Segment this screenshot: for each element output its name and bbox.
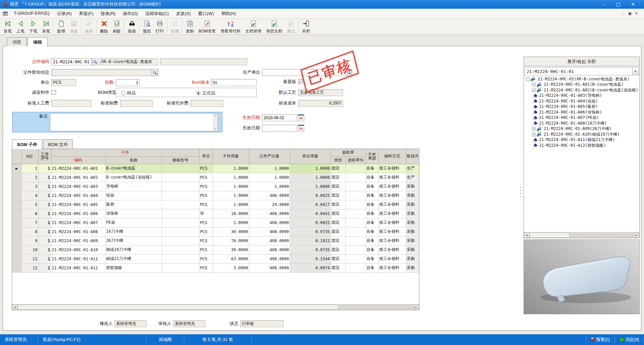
expire-date-calendar-button[interactable]: 31 (298, 125, 304, 132)
first-record-button[interactable]: 首笔 (1, 19, 14, 34)
col-header-child[interactable]: 子件 (51, 149, 199, 156)
menu-item[interactable]: 操作(O) (119, 9, 142, 18)
tree-node[interactable]: 21-M2224-00C-01-A03(导电棉) (525, 93, 639, 99)
delete-button[interactable]: 删除 (98, 19, 110, 34)
tree-expand-icon[interactable]: + (532, 127, 536, 131)
minimize-button[interactable]: – (598, 2, 608, 7)
menu-item[interactable]: 记录(R) (53, 9, 75, 18)
scrollbar-thumb[interactable] (18, 304, 338, 310)
tree-node[interactable]: + 21-M2224-00C-01-A01(B-cover电池盖) (525, 82, 639, 88)
tree-node[interactable]: 21-M2224-00C-01-A07(PE袋) (525, 115, 639, 121)
menu-item[interactable]: 皮肤(S) (172, 9, 194, 18)
col-header-issue[interactable]: 领料方式 (378, 149, 406, 164)
table-row[interactable]: 7 1 21-M2224-00C-01-A07 PE袋 PCS 1.0000 4… (12, 218, 419, 227)
last-record-button[interactable]: 末笔 (40, 19, 52, 34)
menu-item[interactable]: 界面(F) (75, 9, 97, 18)
tree-node[interactable]: 21-M2224-00C-01-A06(珍珠棉) (525, 110, 639, 115)
menu-item[interactable]: T-GROUP ERP(E) (10, 9, 53, 18)
save-button[interactable]: 存盘 (67, 19, 80, 34)
chevron-down-icon[interactable]: ▼ (632, 68, 638, 75)
bom-change-button[interactable]: BOM变更 (196, 19, 218, 34)
table-row[interactable]: 5 1 21-M2224-00C-01-A05 吸塑 PCS 1.0000 24… (12, 200, 419, 209)
col-header-loss-rate[interactable]: 损耗率% (345, 156, 366, 164)
tree-node[interactable]: 21-M2224-00C-01-A11(植绒21刀卡槽) (525, 137, 639, 143)
tree-expand-icon[interactable]: + (532, 133, 536, 136)
table-row[interactable]: 3 1 21-M2224-00C-01-A03 导电棉 PCS 1.0000 1… (12, 182, 419, 191)
col-header-unit[interactable]: 单位 (199, 149, 213, 164)
tree-node[interactable]: + 21-M2224-00C-01-A10(植绒10刀卡槽) (525, 132, 639, 137)
remark-scrollbar[interactable]: ▲▼ (213, 114, 218, 131)
col-header-source[interactable]: 子件来源 (366, 149, 378, 164)
menu-item[interactable]: 窗口(W) (195, 9, 218, 18)
menu-item[interactable]: 帮助(H) (217, 9, 239, 18)
batch-add-button[interactable]: 批增 (168, 19, 181, 34)
tree-expand-icon[interactable]: + (532, 83, 536, 86)
col-header-spec[interactable]: 规格型号 (162, 156, 199, 164)
print-button[interactable]: 打印 (153, 19, 166, 34)
menu-item[interactable]: 报表(R) (97, 9, 119, 18)
scroll-right-icon[interactable]: ► (634, 232, 639, 238)
preview-button[interactable]: 预览 (141, 19, 153, 34)
tree-expand-icon[interactable]: + (532, 88, 536, 92)
col-header-acquire[interactable]: 取得方式 (406, 149, 419, 164)
statusbar-alert[interactable]: 预警[2] (586, 337, 614, 343)
maximize-button[interactable]: ▢ (613, 2, 623, 7)
col-header-parent-output[interactable]: 父件产出量 (249, 149, 290, 164)
table-row[interactable]: 10 1 21-M2224-00C-01-A10 植绒10刀卡槽 PCS 30.… (12, 245, 419, 254)
scroll-left-icon[interactable]: ◄ (12, 304, 18, 310)
view-substitute-button[interactable]: 查看替代料 (218, 19, 243, 34)
grid-horizontal-scrollbar[interactable]: ◄ ► (12, 304, 419, 310)
col-header-seq[interactable]: 工序序号 (38, 149, 51, 164)
tree-node[interactable]: + 21-M2224-00C-01-A09(26刀卡槽) (525, 126, 639, 132)
bom-type-radio-sample[interactable]: 样品 (121, 90, 136, 96)
approve-button[interactable]: 通过 (284, 19, 297, 34)
virtual-part-checkbox[interactable] (51, 90, 56, 95)
filter-button[interactable]: 筛选 (125, 19, 138, 34)
scrollbar-thumb[interactable] (530, 232, 570, 238)
statusbar-message[interactable]: 消息[9] (615, 337, 644, 343)
copy-button[interactable]: 复制 (183, 19, 196, 34)
col-header-loss[interactable]: 损耗率 (331, 149, 366, 156)
bom-version-selector[interactable]: 21-M2224-00C-01:01 ▼ (525, 67, 639, 75)
child-close-button[interactable]: ✕ (635, 11, 638, 16)
tree-node[interactable]: + 21-M2224-00C-01-A02(B-cover电池盖(连续模)) (525, 87, 639, 93)
tree-node[interactable]: - 21-M2224-00C-01(XR-B-cover电池盖-奥迪灰) (525, 76, 639, 82)
parent-addinfo-input[interactable] (51, 69, 158, 76)
child-restore-button[interactable]: ▣ (628, 11, 631, 16)
table-row[interactable]: ▶ 1 1 21-M2224-00C-01-A01 B-cover电池盖 PCS… (12, 164, 419, 173)
panel-splitter[interactable] (520, 185, 522, 199)
prev-record-button[interactable]: 上笔 (14, 19, 27, 34)
col-header-qty[interactable]: 子件用量 (213, 149, 249, 164)
table-row[interactable]: 6 1 21-M2224-00C-01-A06 珍珠棉 张 18.0000 40… (12, 209, 419, 218)
col-header-loss-type[interactable]: 类型 (331, 156, 345, 164)
bom-type-radio-formal[interactable]: 正式品 (196, 90, 215, 96)
document-manage-button[interactable]: 文档管理 (243, 19, 264, 34)
menu-item[interactable]: 流程审核(C) (142, 9, 172, 18)
scroll-left-icon[interactable]: ◄ (524, 232, 530, 238)
parent-code-input[interactable] (51, 58, 92, 65)
tree-expand-collapse-button[interactable]: 展开/收起 全部 (524, 57, 639, 66)
col-header-no[interactable]: NO. (21, 149, 38, 164)
col-header-unit-usage[interactable]: 单位用量 (290, 149, 331, 164)
close-button[interactable]: ✕ (628, 2, 638, 7)
expire-date-input[interactable] (262, 125, 297, 132)
table-row[interactable]: 9 1 21-M2224-00C-01-A09 26刀卡槽 PCS 78.000… (12, 236, 419, 245)
tab-edit[interactable]: 编辑 (28, 37, 48, 47)
effective-date-input[interactable] (262, 114, 297, 121)
child-minimize-button[interactable]: – (623, 11, 625, 16)
table-row[interactable]: 8 1 21-M2224-00C-01-A08 10刀卡槽 PCS 30.000… (12, 227, 419, 236)
inventory-document-button[interactable]: 存货文档 (264, 19, 284, 34)
col-header-name[interactable]: 名称 (105, 156, 162, 164)
parent-addinfo-search-button[interactable] (152, 69, 158, 76)
tree-horizontal-scrollbar[interactable]: ◄ ► (524, 232, 639, 238)
new-button[interactable]: 新增 (55, 19, 67, 34)
batch-input[interactable] (116, 79, 140, 86)
table-row[interactable]: 12 1 21-M2224-00C-01-A12 塑胶隔板 PCS 3.0000… (12, 263, 419, 272)
effective-date-calendar-button[interactable]: 31 (298, 114, 304, 121)
close-window-button[interactable]: 关闭 (300, 19, 312, 34)
refresh-button[interactable]: 刷新 (110, 19, 123, 34)
bom-version-input[interactable] (211, 79, 257, 86)
subtab-bom-files[interactable]: BOM 文件 (43, 139, 73, 149)
next-record-button[interactable]: 下笔 (27, 19, 40, 34)
tab-browse[interactable]: 浏览 (7, 37, 27, 46)
